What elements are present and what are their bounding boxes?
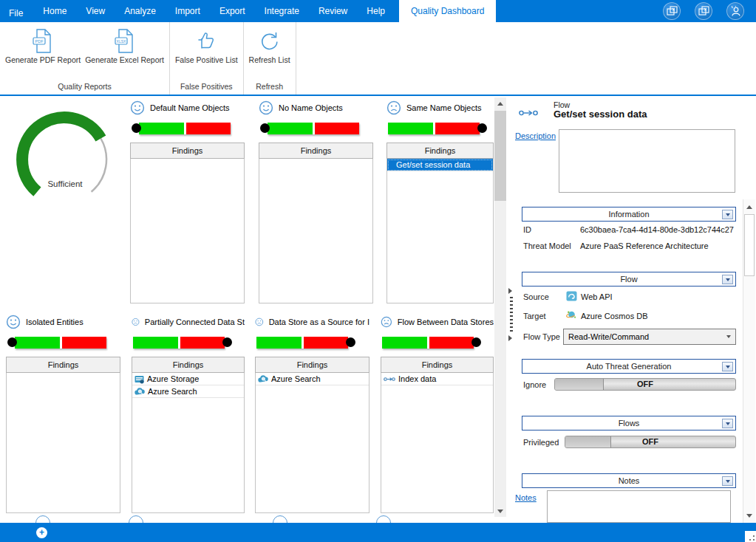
ignore-toggle[interactable]: OFF bbox=[554, 378, 736, 391]
quality-slider[interactable] bbox=[386, 122, 494, 134]
user-feedback-icon[interactable] bbox=[726, 2, 744, 20]
svg-text:XLSX: XLSX bbox=[116, 39, 126, 44]
findings-list[interactable] bbox=[130, 159, 245, 303]
generate-pdf-report-button[interactable]: PDF Generate PDF Report bbox=[3, 26, 83, 80]
collapse-section-button[interactable] bbox=[722, 419, 733, 428]
sad-face-icon bbox=[381, 315, 392, 329]
refresh-list-button[interactable]: Refresh List bbox=[247, 26, 293, 80]
quality-slider[interactable] bbox=[130, 122, 245, 134]
collapse-section-button[interactable] bbox=[722, 476, 733, 486]
scrollbar-thumb[interactable] bbox=[494, 111, 506, 201]
privileged-label: Privileged bbox=[523, 438, 559, 447]
collapse-section-button[interactable] bbox=[722, 362, 733, 371]
web-api-icon bbox=[566, 291, 577, 301]
quality-slider[interactable] bbox=[6, 336, 120, 349]
menu-export[interactable]: Export bbox=[210, 0, 255, 22]
window-panes-icon[interactable] bbox=[663, 2, 681, 20]
notes-textarea[interactable] bbox=[547, 490, 731, 523]
quality-dashboard-window: { "menu": { "file": "File", "items": ["H… bbox=[0, 0, 756, 542]
findings-list[interactable]: Get/set session data bbox=[386, 159, 494, 303]
quality-slider[interactable] bbox=[255, 336, 370, 349]
happy-face-icon bbox=[6, 315, 21, 329]
findings-list[interactable] bbox=[259, 159, 373, 303]
slider-dot[interactable] bbox=[132, 123, 141, 133]
quality-slider[interactable] bbox=[132, 336, 245, 349]
panel-isolated-entities: Isolated Entities Findings bbox=[6, 313, 120, 513]
slider-dot[interactable] bbox=[222, 337, 232, 347]
findings-list[interactable] bbox=[6, 373, 120, 513]
privileged-toggle[interactable]: OFF bbox=[565, 436, 736, 448]
menu-home[interactable]: Home bbox=[33, 0, 76, 22]
slider-dot[interactable] bbox=[260, 123, 270, 133]
collapse-section-button[interactable] bbox=[722, 210, 733, 219]
slider-dot[interactable] bbox=[477, 123, 487, 133]
collapse-right-arrow-icon[interactable] bbox=[508, 335, 512, 341]
button-label: Generate Excel Report bbox=[85, 55, 164, 64]
slider-dot[interactable] bbox=[7, 337, 17, 347]
target-label: Target bbox=[523, 312, 546, 320]
quality-slider[interactable] bbox=[259, 122, 373, 134]
quality-gauge: Sufficient bbox=[1, 108, 127, 207]
findings-list[interactable]: Azure Search bbox=[255, 373, 370, 513]
bottom-status-bar: + bbox=[0, 523, 756, 542]
scroll-down-button[interactable] bbox=[494, 505, 506, 517]
finding-item[interactable]: Azure Search bbox=[132, 385, 244, 398]
azure-cosmos-db-icon bbox=[566, 309, 577, 320]
ignore-label: Ignore bbox=[523, 380, 546, 389]
menu-import[interactable]: Import bbox=[166, 0, 210, 22]
panel-title: Partially Connected Data St bbox=[145, 318, 245, 326]
findings-list[interactable]: Index data bbox=[381, 373, 494, 513]
button-label: Refresh List bbox=[249, 55, 290, 64]
menu-review[interactable]: Review bbox=[309, 0, 357, 22]
quality-slider[interactable] bbox=[381, 336, 494, 349]
scroll-up-button[interactable] bbox=[743, 201, 755, 213]
section-notes-header: Notes bbox=[522, 473, 736, 488]
panel-title: Default Name Objects bbox=[150, 103, 230, 112]
finding-item[interactable]: Azure Storage bbox=[132, 373, 244, 385]
panel-no-name-objects: No Name Objects Findings bbox=[259, 99, 373, 303]
finding-item[interactable]: Index data bbox=[381, 373, 493, 385]
description-link[interactable]: Description bbox=[515, 131, 556, 140]
add-button[interactable]: + bbox=[36, 527, 47, 538]
panel-data-store-as-source: Data Store as a Source for I Findings Az… bbox=[255, 313, 370, 513]
refresh-icon bbox=[259, 27, 280, 55]
finding-item-selected[interactable]: Get/set session data bbox=[387, 159, 493, 171]
findings-header: Findings bbox=[132, 357, 245, 373]
findings-header: Findings bbox=[255, 357, 370, 373]
tab-quality-dashboard[interactable]: Quality Dashboard bbox=[399, 0, 496, 22]
id-label: ID bbox=[523, 225, 531, 234]
scrollbar-thumb[interactable] bbox=[744, 214, 755, 276]
chevron-down-icon bbox=[726, 335, 731, 338]
scroll-up-button[interactable] bbox=[494, 97, 506, 109]
target-value: Azure Cosmos DB bbox=[581, 312, 647, 320]
flow-icon bbox=[519, 109, 538, 117]
menu-file[interactable]: File bbox=[0, 0, 33, 22]
properties-vertical-scrollbar[interactable] bbox=[743, 199, 755, 523]
scroll-down-button[interactable] bbox=[743, 510, 755, 521]
description-textarea[interactable] bbox=[559, 129, 735, 193]
menu-analyze[interactable]: Analyze bbox=[115, 0, 166, 22]
panel-title: Same Name Objects bbox=[406, 103, 481, 112]
flow-type-select[interactable]: Read-Write/Command bbox=[563, 329, 736, 345]
notes-link[interactable]: Notes bbox=[515, 493, 537, 502]
main-vertical-scrollbar[interactable] bbox=[494, 97, 506, 517]
findings-list[interactable]: Azure Storage Azure Search bbox=[132, 373, 245, 513]
panel-flow-between-data-stores: Flow Between Data Stores Findings Index … bbox=[381, 313, 494, 513]
properties-panel: Flow Get/set session data Description In… bbox=[513, 97, 743, 523]
slider-dot[interactable] bbox=[471, 337, 481, 347]
threat-model-label: Threat Model bbox=[523, 241, 571, 250]
pdf-file-icon: PDF bbox=[32, 27, 54, 55]
panel-title: No Name Objects bbox=[279, 103, 343, 112]
collapse-section-button[interactable] bbox=[722, 275, 733, 284]
button-label: False Positive List bbox=[175, 55, 238, 64]
menu-view[interactable]: View bbox=[76, 0, 115, 22]
generate-excel-report-button[interactable]: XLSX Generate Excel Report bbox=[83, 26, 166, 80]
slider-dot[interactable] bbox=[346, 337, 355, 347]
menu-help[interactable]: Help bbox=[357, 0, 395, 22]
collapse-right-arrow-icon[interactable] bbox=[508, 288, 512, 294]
finding-item[interactable]: Azure Search bbox=[256, 373, 369, 385]
false-positive-list-button[interactable]: False Positive List bbox=[173, 26, 240, 80]
menu-integrate[interactable]: Integrate bbox=[255, 0, 309, 22]
window-resize-grip[interactable] bbox=[745, 531, 756, 542]
window-close-pane-icon[interactable] bbox=[695, 2, 712, 20]
